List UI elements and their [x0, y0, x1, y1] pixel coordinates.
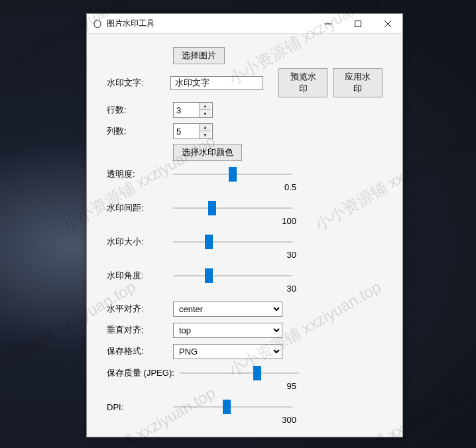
watermark-text-input[interactable] [170, 76, 263, 90]
opacity-value: 0.5 [107, 182, 383, 192]
watermark-text-label: 水印文字: [107, 77, 170, 89]
svg-rect-1 [355, 21, 361, 27]
dpi-label: DPI: [107, 402, 173, 412]
cols-up-button[interactable]: ▲ [200, 124, 211, 131]
halign-label: 水平对齐: [107, 303, 173, 315]
rows-up-button[interactable]: ▲ [200, 103, 211, 110]
quality-slider[interactable] [180, 365, 299, 381]
size-slider[interactable] [173, 234, 292, 250]
rows-down-button[interactable]: ▼ [200, 110, 211, 117]
cols-input[interactable] [174, 124, 199, 139]
cols-down-button[interactable]: ▼ [200, 131, 211, 139]
apply-button[interactable]: 应用水印 [333, 68, 383, 97]
cols-label: 列数: [107, 125, 173, 137]
window-controls [313, 14, 402, 34]
spacing-slider[interactable] [173, 200, 292, 216]
rows-input[interactable] [174, 103, 199, 117]
valign-label: 垂直对齐: [107, 324, 173, 336]
app-window: 图片水印工具 选择图片 水印文字: 预览水印 应用水印 行数: [86, 13, 403, 437]
angle-slider[interactable] [173, 268, 292, 284]
preview-button[interactable]: 预览水印 [278, 68, 328, 97]
cols-spinner[interactable]: ▲ ▼ [173, 123, 213, 139]
minimize-button[interactable] [313, 14, 343, 34]
format-label: 保存格式: [107, 345, 173, 357]
app-icon [92, 19, 103, 29]
rows-spinner[interactable]: ▲ ▼ [173, 102, 213, 118]
content-area: 选择图片 水印文字: 预览水印 应用水印 行数: ▲ ▼ 列数: [87, 34, 402, 438]
maximize-button[interactable] [343, 14, 373, 34]
format-select[interactable]: PNG [173, 344, 282, 359]
spacing-value: 100 [107, 216, 383, 226]
dpi-slider[interactable] [173, 399, 292, 415]
select-image-button[interactable]: 选择图片 [173, 47, 225, 64]
angle-value: 30 [107, 284, 383, 294]
angle-label: 水印角度: [107, 270, 173, 282]
select-color-button[interactable]: 选择水印颜色 [173, 144, 242, 161]
quality-value: 95 [107, 381, 383, 391]
size-label: 水印大小: [107, 236, 173, 248]
close-button[interactable] [373, 14, 402, 34]
size-value: 30 [107, 250, 383, 260]
halign-select[interactable]: center [173, 302, 282, 317]
opacity-slider[interactable] [173, 166, 292, 182]
valign-select[interactable]: top [173, 323, 282, 338]
quality-label: 保存质量 (JPEG): [107, 367, 180, 379]
rows-label: 行数: [107, 104, 173, 116]
window-title: 图片水印工具 [107, 18, 313, 29]
titlebar: 图片水印工具 [87, 14, 402, 34]
opacity-label: 透明度: [107, 168, 173, 180]
spacing-label: 水印间距: [107, 202, 173, 214]
dpi-value: 300 [107, 415, 383, 425]
